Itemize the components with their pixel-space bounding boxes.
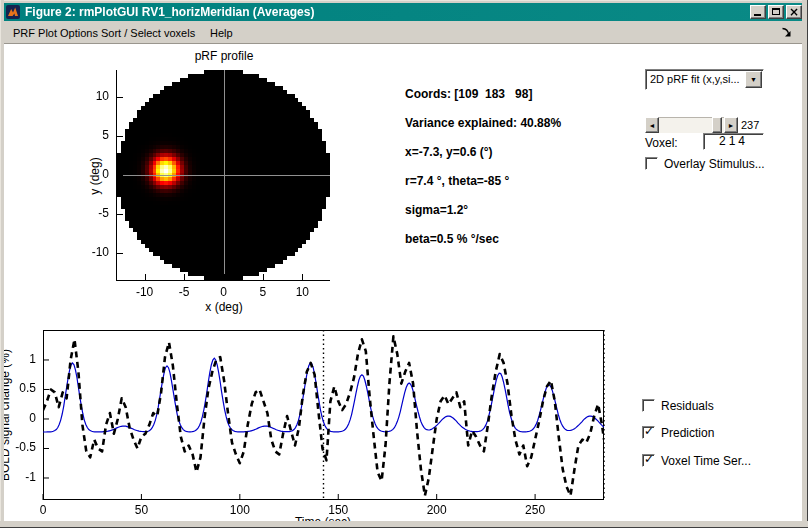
dropdown-arrow-icon[interactable]: ▼ xyxy=(745,71,762,88)
menu-sort-select-voxels[interactable]: Sort / Select voxels xyxy=(98,25,198,41)
prf-xlabel: x (deg) xyxy=(205,300,242,314)
prf-plot-title: pRF profile xyxy=(195,49,254,63)
info-polar-position: r=7.4 °, theta=-85 ° xyxy=(405,174,509,188)
close-icon: × xyxy=(787,5,801,19)
minimize-icon xyxy=(754,14,761,16)
overlay-stimulus-label: Overlay Stimulus... xyxy=(664,157,765,171)
voxel-number-input[interactable]: 214 xyxy=(703,133,764,150)
prf-x-axis xyxy=(116,280,330,281)
info-beta: beta=0.5 % °/sec xyxy=(405,232,499,246)
window-title: Figure 2: rmPlotGUI RV1_horizMeridian (A… xyxy=(25,5,314,19)
maximize-button[interactable] xyxy=(768,5,784,19)
menu-help[interactable]: Help xyxy=(207,25,236,41)
dock-figure-icon[interactable] xyxy=(781,27,792,38)
matlab-icon xyxy=(6,5,20,19)
figure-window: Figure 2: rmPlotGUI RV1_horizMeridian (A… xyxy=(0,0,808,528)
info-sigma: sigma=1.2° xyxy=(405,203,468,217)
voxel-label: Voxel: xyxy=(645,136,678,150)
prf-y-axis xyxy=(116,70,117,281)
residuals-label: Residuals xyxy=(661,399,714,413)
overlay-stimulus-checkbox[interactable] xyxy=(645,157,658,170)
menu-prf-plot-options[interactable]: PRF Plot Options xyxy=(10,25,101,41)
slider-right-arrow[interactable]: ► xyxy=(724,117,738,133)
prediction-checkbox[interactable] xyxy=(642,426,655,439)
prf-heatmap-image xyxy=(117,70,330,280)
fit-type-dropdown-value: 2D pRF fit (x,y,si... xyxy=(650,73,744,85)
prf-ylabel: y (deg) xyxy=(88,157,102,194)
menu-bar: PRF Plot Options Sort / Select voxels He… xyxy=(4,22,804,44)
maximize-icon xyxy=(772,8,780,15)
voxel-slider[interactable]: ◄ ► xyxy=(645,117,738,133)
close-button[interactable]: × xyxy=(786,5,802,19)
window-border-left xyxy=(0,0,4,528)
window-border-right xyxy=(802,0,808,528)
voxel-timeseries-label: Voxel Time Ser... xyxy=(661,454,751,468)
prediction-line xyxy=(43,358,604,432)
info-coords: Coords: [109 183 98] xyxy=(405,87,532,101)
voxel-count-label: 237 xyxy=(741,119,759,131)
window-border-bottom xyxy=(0,521,808,528)
residuals-checkbox[interactable] xyxy=(642,399,655,412)
title-bar[interactable]: Figure 2: rmPlotGUI RV1_horizMeridian (A… xyxy=(4,3,804,21)
slider-thumb[interactable] xyxy=(712,117,722,133)
prediction-label: Prediction xyxy=(661,426,714,440)
time-series-plot xyxy=(43,330,604,500)
info-xy-position: x=-7.3, y=0.6 (°) xyxy=(405,145,493,159)
info-variance-explained: Variance explained: 40.88% xyxy=(405,116,561,130)
prf-profile-plot xyxy=(117,70,330,280)
voxel-timeseries-checkbox[interactable] xyxy=(642,454,655,467)
fit-type-dropdown[interactable]: 2D pRF fit (x,y,si... ▼ xyxy=(645,69,764,90)
slider-left-arrow[interactable]: ◄ xyxy=(645,117,659,133)
minimize-button[interactable] xyxy=(750,5,766,19)
